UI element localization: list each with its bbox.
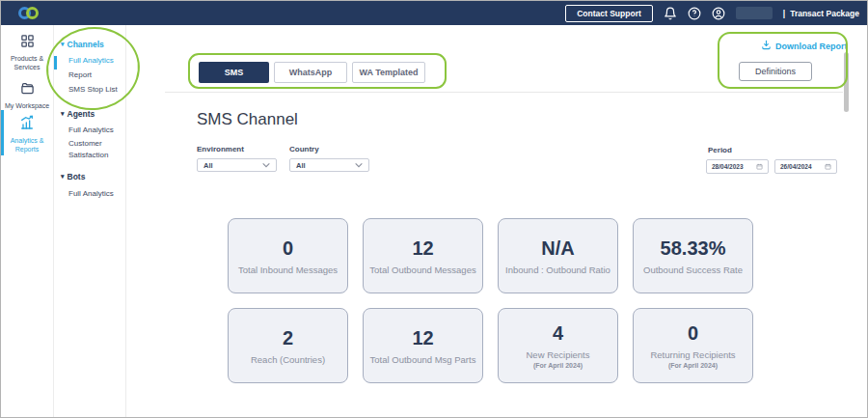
country-value: All [296,161,306,170]
top-bar: Contact Support [1,1,867,25]
sidebar-active-indicator [54,56,57,70]
contact-support-button[interactable]: Contact Support [565,5,653,22]
rail-item-label: My Workspace [5,102,49,111]
page-title: SMS Channel [197,110,298,129]
package-label: | Transact Package [783,9,859,18]
download-icon [761,40,772,52]
chevron-down-icon [355,161,363,170]
rail-item-label: Analytics & Reports [1,137,53,154]
sidebar-section-bots[interactable]: ▾ Bots [61,172,85,181]
metric-label: Inbound : Outbound Ratio [503,265,612,275]
sidebar-section-label: Bots [68,172,86,181]
metric-label: New Recipients [525,349,592,360]
calendar-icon [825,163,831,171]
period-from-value: 28/04/2023 [712,163,744,170]
metric-card-total-outbound-msg-parts: 12 Total Outbound Msg Parts [363,308,483,383]
header-divider [165,92,843,93]
app-window: Contact Support [0,0,868,418]
tab-whatsapp[interactable]: WhatsApp [274,62,347,83]
environment-select[interactable]: All [197,158,277,172]
metric-label: Total Outbound Messages [367,265,477,275]
metric-value: 0 [283,237,293,260]
metric-value: 12 [412,237,433,260]
metric-label: Total Outbound Msg Parts [368,354,478,365]
environment-label: Environment [197,145,244,153]
metric-label: Reach (Countries) [249,354,327,365]
bell-icon[interactable] [664,7,677,20]
metric-label: Total Inbound Messages [236,265,339,275]
channel-tabs: SMS WhatsApp WA Templated [199,62,425,83]
folder-icon [20,81,35,99]
chevron-down-icon [262,161,270,170]
metric-card-new-recipients: 4 New Recipients (For April 2024) [498,308,618,383]
vertical-scrollbar-thumb[interactable] [844,52,849,112]
metric-value: 12 [412,327,433,349]
download-report-label: Download Report [775,42,848,51]
sidebar-section-agents[interactable]: ▾ Agents [61,109,95,119]
metric-card-outbound-success-rate: 58.33% Outbound Success Rate [633,218,753,293]
period-label: Period [708,146,732,154]
sidebar-item-customer-satisfaction[interactable]: Customer Satisfaction [68,138,119,161]
metric-value: N/A [541,237,574,260]
sidebar-section-channels[interactable]: ▾ Channels [61,40,104,49]
metric-sublabel: (For April 2024) [668,362,718,369]
sidebar-item-sms-stop-list[interactable]: SMS Stop List [68,84,118,96]
metric-cards-grid: 0 Total Inbound Messages 12 Total Outbou… [228,218,753,383]
rail-active-indicator [1,110,4,155]
metric-card-inbound-outbound-ratio: N/A Inbound : Outbound Ratio [498,218,618,293]
caret-down-icon: ▾ [61,41,65,48]
caret-down-icon: ▾ [61,110,65,118]
tab-wa-templated[interactable]: WA Templated [352,62,425,83]
metric-card-returning-recipients: 0 Returning Recipients (For April 2024) [633,308,753,383]
sidebar-section-label: Channels [68,40,104,49]
sidebar-section-label: Agents [68,109,95,119]
rail-item-label: Products & Services [1,55,53,72]
topbar-actions: Contact Support [565,5,859,22]
caret-down-icon: ▾ [61,173,65,181]
period-to-input[interactable]: 26/04/2024 [774,159,837,174]
package-name: Transact Package [790,9,859,18]
metric-sublabel: (For April 2024) [533,362,583,369]
tab-sms[interactable]: SMS [199,62,269,83]
help-icon[interactable] [688,7,701,20]
metric-value: 4 [553,322,563,345]
rail-item-analytics-reports[interactable]: Analytics & Reports [1,115,53,154]
metric-card-total-inbound: 0 Total Inbound Messages [228,218,348,293]
sidebar-item-bots-full-analytics[interactable]: Full Analytics [68,188,114,200]
period-to-value: 26/04/2024 [780,163,812,170]
calendar-icon [756,163,763,171]
metric-label: Returning Recipients [648,349,737,360]
icon-rail: Products & Services My Workspace Analyti… [1,25,54,417]
sidebar-item-report[interactable]: Report [68,70,92,81]
brand-logo-icon [18,7,39,19]
logo-ring-green [26,7,39,19]
rail-item-my-workspace[interactable]: My Workspace [1,81,53,111]
metric-value: 58.33% [661,237,726,260]
country-select[interactable]: All [289,158,369,172]
download-report-link[interactable]: Download Report [761,40,848,52]
sidebar-nav: ▾ Channels Full Analytics Report SMS Sto… [54,25,126,417]
package-separator: | [783,9,785,18]
definitions-button[interactable]: Definitions [739,62,812,81]
metric-card-total-outbound: 12 Total Outbound Messages [363,218,483,293]
environment-value: All [203,161,213,170]
metric-card-reach-countries: 2 Reach (Countries) [228,308,348,383]
account-icon[interactable] [712,7,725,20]
metric-value: 0 [688,322,698,345]
country-label: Country [289,145,319,153]
rail-item-products-services[interactable]: Products & Services [1,34,53,72]
grid-icon [20,34,35,52]
metric-value: 2 [283,327,293,349]
period-from-input[interactable]: 28/04/2023 [706,159,769,174]
bar-chart-icon [19,115,35,134]
sidebar-item-agents-full-analytics[interactable]: Full Analytics [68,125,114,136]
sidebar-item-full-analytics[interactable]: Full Analytics [68,55,114,67]
metric-label: Outbound Success Rate [641,265,745,275]
user-name-redacted [736,7,773,19]
